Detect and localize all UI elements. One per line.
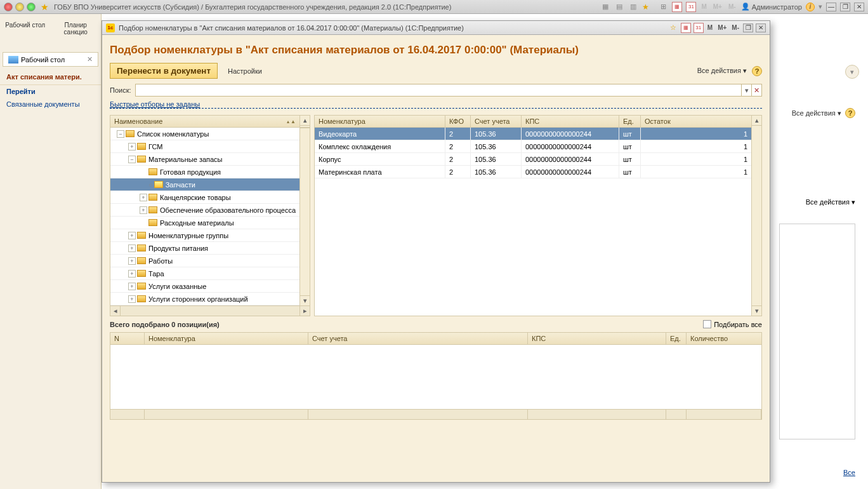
bg-all-actions-2[interactable]: Все действия ▾ xyxy=(806,198,855,206)
expand-icon[interactable]: + xyxy=(128,270,136,278)
tree-row[interactable]: −Список номенклатуры xyxy=(110,128,299,140)
tb-icon-1[interactable]: ▦ xyxy=(600,2,610,12)
modal-calc-icon[interactable]: ▦ xyxy=(681,23,691,33)
expand-icon[interactable]: + xyxy=(140,206,147,214)
expand-icon[interactable]: + xyxy=(128,143,136,151)
tree-header[interactable]: Наименование ▴▲ xyxy=(110,115,300,128)
col-kfo[interactable]: КФО xyxy=(445,116,471,127)
minimize-button[interactable]: — xyxy=(826,3,836,11)
expand-icon[interactable]: − xyxy=(128,156,136,163)
col-qty[interactable]: Количество xyxy=(687,333,761,344)
hscroll-left[interactable]: ◂ xyxy=(110,306,121,316)
sys-min-icon[interactable] xyxy=(15,3,24,11)
tree-row[interactable]: +Продукты питания xyxy=(110,242,299,255)
tb-icon-4[interactable]: ⊞ xyxy=(658,2,668,12)
close-button[interactable]: ✕ xyxy=(854,3,864,11)
tree-scroll-up[interactable]: ▴ xyxy=(300,116,310,126)
grid-scroll-down[interactable]: ▾ xyxy=(752,305,761,316)
m-minus-button[interactable]: M- xyxy=(727,3,737,10)
close-tab-icon[interactable]: ✕ xyxy=(87,55,93,64)
search-dropdown-icon[interactable]: ▾ xyxy=(741,84,751,96)
col-balance[interactable]: Остаток xyxy=(641,116,751,127)
tree-row[interactable]: +Канцелярские товары xyxy=(110,191,299,204)
bg-all-actions-1[interactable]: Все действия ▾ ? xyxy=(792,108,855,118)
col-account[interactable]: Счет учета xyxy=(471,116,522,127)
tree-row[interactable]: +Услуги оказанные xyxy=(110,280,299,293)
expand-icon[interactable] xyxy=(140,168,147,176)
grid-vscroll[interactable]: ▴ ▾ xyxy=(752,115,762,316)
col-nomenclature-2[interactable]: Номенклатура xyxy=(145,333,308,344)
tree-row[interactable]: +Тара xyxy=(110,267,299,280)
sys-max-icon[interactable] xyxy=(27,3,36,11)
col-nomenclature[interactable]: Номенклатура xyxy=(315,116,445,127)
restore-button[interactable]: ❐ xyxy=(840,3,850,11)
tree-row[interactable]: +ГСМ xyxy=(110,140,299,153)
tb-icon-2[interactable]: ▤ xyxy=(614,2,624,12)
col-unit[interactable]: Ед. xyxy=(619,116,641,127)
search-clear-icon[interactable]: ✕ xyxy=(751,84,761,96)
transfer-button[interactable]: Перенести в документ xyxy=(110,63,218,79)
tree-hscroll[interactable]: ◂ ▸ xyxy=(110,306,310,316)
grid-body[interactable]: Видеокарта2105.3600000000000000244шт1Ком… xyxy=(315,128,751,316)
all-actions-dropdown[interactable]: Все действия ▾ xyxy=(697,67,747,75)
grid-row[interactable]: Комплекс охлаждения2105.3600000000000000… xyxy=(315,140,751,153)
user-label[interactable]: 👤Администратор xyxy=(741,3,802,11)
grid-row[interactable]: Корпус2105.3600000000000000244шт1 xyxy=(315,153,751,166)
linked-docs-link[interactable]: Связанные документы xyxy=(0,98,101,111)
m-plus-button[interactable]: M+ xyxy=(712,3,723,10)
grid-scroll-up[interactable]: ▴ xyxy=(752,116,761,126)
tree-row[interactable]: +Работы xyxy=(110,255,299,267)
calculator-icon[interactable]: ▦ xyxy=(672,2,682,12)
nav-planning[interactable]: Планир санкцио xyxy=(51,14,102,50)
modal-mplus-button[interactable]: M+ xyxy=(716,24,728,31)
sort-desc-icon[interactable]: ▲ xyxy=(291,119,296,124)
modal-fav-icon[interactable]: ☆ xyxy=(668,23,678,33)
grid-row[interactable]: Материнская плата2105.360000000000000024… xyxy=(315,166,751,178)
favorite-icon[interactable]: ★ xyxy=(41,2,49,12)
quick-filters-link[interactable]: Быстрые отборы не заданы xyxy=(110,100,762,109)
tb-icon-3[interactable]: ▥ xyxy=(628,2,638,12)
star-icon[interactable]: ★ xyxy=(642,3,649,11)
grid-row[interactable]: Видеокарта2105.3600000000000000244шт1 xyxy=(315,128,751,140)
expand-icon[interactable]: + xyxy=(128,257,136,265)
tree-row[interactable]: +Услуги сторонних организаций xyxy=(110,293,299,305)
tree-row[interactable]: +Номенклатурные группы xyxy=(110,229,299,242)
all-link[interactable]: Все xyxy=(843,469,855,476)
goto-link[interactable]: Перейти xyxy=(0,85,101,98)
sys-close-icon[interactable] xyxy=(4,3,13,11)
expand-icon[interactable]: + xyxy=(128,245,136,252)
modal-mminus-button[interactable]: M- xyxy=(730,24,740,31)
tree-row[interactable]: Готовая продукция xyxy=(110,166,299,178)
col-n[interactable]: N xyxy=(110,333,145,344)
modal-titlebar[interactable]: 1c Подбор номенклатуры в "Акт списания м… xyxy=(102,21,770,35)
sort-asc-icon[interactable]: ▴ xyxy=(287,119,289,124)
expand-icon[interactable]: + xyxy=(140,194,147,201)
tree-row[interactable]: −Материальные запасы xyxy=(110,153,299,166)
tree-row[interactable]: ○Запчасти xyxy=(110,178,299,191)
tree-row[interactable]: Расходные материалы xyxy=(110,217,299,229)
col-kps[interactable]: КПС xyxy=(522,116,619,127)
expand-icon[interactable] xyxy=(140,219,147,227)
col-account-2[interactable]: Счет учета xyxy=(308,333,528,344)
tree-row[interactable]: +Обеспечение образовательного процесса xyxy=(110,204,299,217)
expand-icon[interactable]: − xyxy=(117,130,124,138)
help-icon[interactable]: ? xyxy=(845,108,855,118)
tree-body[interactable]: −Список номенклатуры+ГСМ−Материальные за… xyxy=(110,128,300,306)
hscroll-right[interactable]: ▸ xyxy=(299,306,310,316)
col-unit-2[interactable]: Ед. xyxy=(666,333,687,344)
modal-restore-button[interactable]: ❐ xyxy=(743,23,753,32)
tab-desktop[interactable]: Рабочий стол ✕ xyxy=(3,52,98,67)
info-icon[interactable]: i xyxy=(806,3,815,11)
settings-button[interactable]: Настройки xyxy=(223,65,267,77)
selected-grid-body[interactable] xyxy=(110,345,761,409)
modal-m-button[interactable]: M xyxy=(706,24,714,31)
nav-desktop[interactable]: Рабочий стол xyxy=(0,14,51,50)
modal-close-button[interactable]: ✕ xyxy=(756,23,766,32)
modal-help-icon[interactable]: ? xyxy=(752,66,762,76)
expand-icon[interactable]: + xyxy=(128,295,136,303)
checkbox-icon[interactable] xyxy=(703,320,711,328)
col-kps-2[interactable]: КПС xyxy=(528,333,666,344)
search-input[interactable] xyxy=(136,84,741,96)
m-button[interactable]: M xyxy=(700,3,707,10)
expand-icon[interactable]: + xyxy=(128,232,136,239)
